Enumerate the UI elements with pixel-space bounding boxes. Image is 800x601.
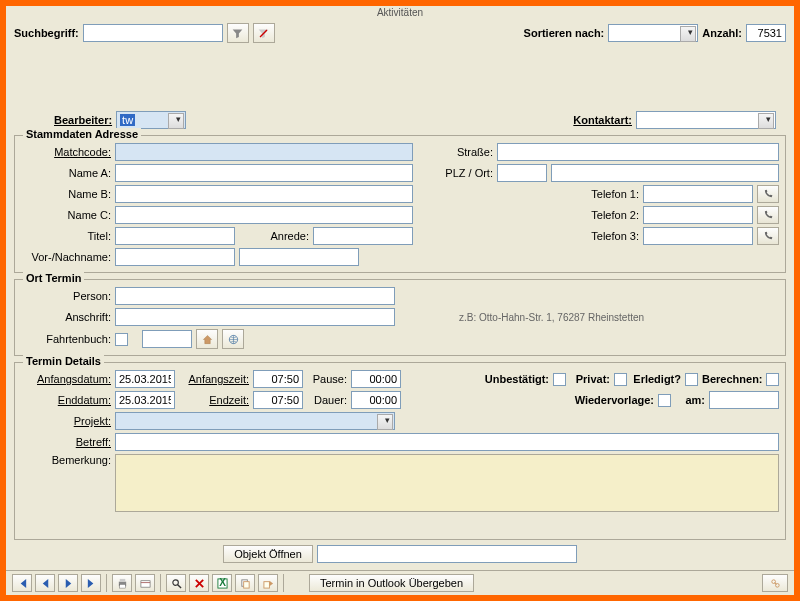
nameB-label: Name B: <box>21 188 111 200</box>
anschrift-input[interactable] <box>115 308 395 326</box>
nameC-input[interactable] <box>115 206 413 224</box>
bearbeiter-select[interactable]: tw <box>116 111 186 129</box>
nameA-input[interactable] <box>115 164 413 182</box>
nameA-label: Name A: <box>21 167 111 179</box>
betreff-label: Betreff: <box>21 436 111 448</box>
nachname-input[interactable] <box>239 248 359 266</box>
wiedervorlage-label: Wiedervorlage: <box>575 394 654 406</box>
fahrtenbuch-checkbox[interactable] <box>115 333 128 346</box>
svg-line-18 <box>774 582 776 584</box>
anrede-input[interactable] <box>313 227 413 245</box>
suchbegriff-label: Suchbegriff: <box>14 27 79 39</box>
fahrtenbuch-label: Fahrtenbuch: <box>21 333 111 345</box>
anfangszeit-label: Anfangszeit: <box>179 373 249 385</box>
nav-prev-icon[interactable] <box>35 574 55 592</box>
wiedervorlage-checkbox[interactable] <box>658 394 671 407</box>
svg-rect-15 <box>263 581 269 587</box>
tel2-label: Telefon 2: <box>569 209 639 221</box>
group-stammdaten: Stammdaten Adresse Matchcode: Name A: Na… <box>14 135 786 273</box>
person-input[interactable] <box>115 287 395 305</box>
matchcode-label: Matchcode: <box>21 146 111 158</box>
print-icon[interactable] <box>112 574 132 592</box>
objekt-oeffnen-button[interactable]: Objekt Öffnen <box>223 545 313 563</box>
anzahl-value <box>746 24 786 42</box>
titel-label: Titel: <box>21 230 111 242</box>
svg-rect-5 <box>140 580 149 586</box>
am-label: am: <box>675 394 705 406</box>
group-title-stammdaten: Stammdaten Adresse <box>23 128 141 140</box>
tel3-label: Telefon 3: <box>569 230 639 242</box>
phone-icon-2[interactable] <box>757 206 779 224</box>
berechnen-label: Berechnen: <box>702 373 762 385</box>
ort-input[interactable] <box>551 164 779 182</box>
berechnen-checkbox[interactable] <box>766 373 779 386</box>
matchcode-input[interactable] <box>115 143 413 161</box>
anschrift-hint: z.B: Otto-Hahn-Str. 1, 76287 Rheinstette… <box>459 312 644 323</box>
nav-last-icon[interactable] <box>81 574 101 592</box>
plz-input[interactable] <box>497 164 547 182</box>
tel2-input[interactable] <box>643 206 753 224</box>
person-label: Person: <box>21 290 111 302</box>
enddatum-label: Enddatum: <box>21 394 111 406</box>
projekt-select[interactable] <box>115 412 395 430</box>
delete-icon[interactable] <box>189 574 209 592</box>
anfangszeit-input[interactable] <box>253 370 303 388</box>
home-icon[interactable] <box>196 329 218 349</box>
nav-next-icon[interactable] <box>58 574 78 592</box>
strasse-input[interactable] <box>497 143 779 161</box>
projekt-label: Projekt: <box>21 415 111 427</box>
nav-first-icon[interactable] <box>12 574 32 592</box>
tel3-input[interactable] <box>643 227 753 245</box>
enddatum-input[interactable] <box>115 391 175 409</box>
betreff-input[interactable] <box>115 433 779 451</box>
group-title-details: Termin Details <box>23 355 104 367</box>
kontaktart-select[interactable] <box>636 111 776 129</box>
erledigt-checkbox[interactable] <box>685 373 698 386</box>
card-icon[interactable] <box>135 574 155 592</box>
footer-toolbar: X Termin in Outlook Übergeben <box>6 570 794 595</box>
unbestaetigt-checkbox[interactable] <box>553 373 566 386</box>
dauer-input[interactable] <box>351 391 401 409</box>
tel1-input[interactable] <box>643 185 753 203</box>
bemerkung-label: Bemerkung: <box>21 454 111 466</box>
export-icon[interactable] <box>258 574 278 592</box>
nameB-input[interactable] <box>115 185 413 203</box>
phone-icon-1[interactable] <box>757 185 779 203</box>
titel-input[interactable] <box>115 227 235 245</box>
svg-line-8 <box>177 584 181 588</box>
endzeit-label: Endzeit: <box>179 394 249 406</box>
globe-icon[interactable] <box>222 329 244 349</box>
sortieren-select[interactable] <box>608 24 698 42</box>
am-input[interactable] <box>709 391 779 409</box>
strasse-label: Straße: <box>423 146 493 158</box>
copy-icon[interactable] <box>235 574 255 592</box>
outlook-button[interactable]: Termin in Outlook Übergeben <box>309 574 474 592</box>
anfangsdatum-input[interactable] <box>115 370 175 388</box>
vorname-input[interactable] <box>115 248 235 266</box>
bemerkung-textarea[interactable] <box>115 454 779 512</box>
kontaktart-label: Kontaktart: <box>573 114 632 126</box>
dauer-label: Dauer: <box>307 394 347 406</box>
plzort-label: PLZ / Ort: <box>423 167 493 179</box>
objekt-input[interactable] <box>317 545 577 563</box>
tool-icon[interactable] <box>762 574 788 592</box>
bearbeiter-label: Bearbeiter: <box>54 114 112 126</box>
pause-input[interactable] <box>351 370 401 388</box>
nameC-label: Name C: <box>21 209 111 221</box>
svg-rect-3 <box>119 578 125 581</box>
privat-checkbox[interactable] <box>614 373 627 386</box>
phone-icon-3[interactable] <box>757 227 779 245</box>
fahrtenbuch-input[interactable] <box>142 330 192 348</box>
svg-text:X: X <box>219 578 226 588</box>
clear-filter-icon[interactable] <box>253 23 275 43</box>
anrede-label: Anrede: <box>239 230 309 242</box>
excel-icon[interactable]: X <box>212 574 232 592</box>
unbestaetigt-label: Unbestätigt: <box>485 373 549 385</box>
filter-icon[interactable] <box>227 23 249 43</box>
window-title: Aktivitäten <box>6 6 794 19</box>
svg-rect-4 <box>119 584 125 588</box>
search-icon[interactable] <box>166 574 186 592</box>
pause-label: Pause: <box>307 373 347 385</box>
endzeit-input[interactable] <box>253 391 303 409</box>
suchbegriff-input[interactable] <box>83 24 223 42</box>
